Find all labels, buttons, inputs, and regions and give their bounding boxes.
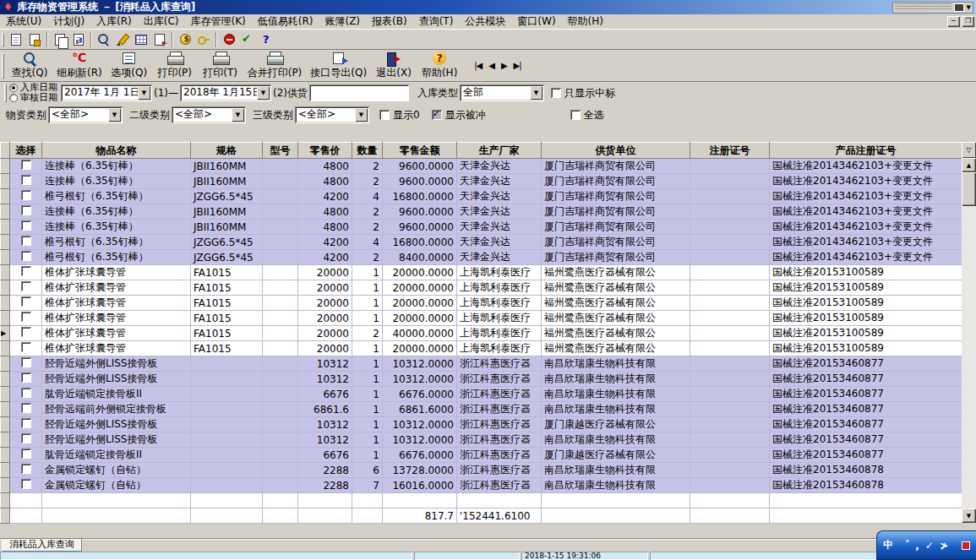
table-row[interactable]: 胫骨近端外侧LISS接骨板 10312 1 10312.0000 浙江科惠医疗器… — [1, 372, 962, 387]
category-select[interactable]: <全部> — [48, 106, 123, 123]
date-to-picker[interactable]: 2018年 1月15日 — [180, 84, 271, 101]
ime-toolbar[interactable]: 中゜,✓≯ — [876, 530, 976, 560]
table-row[interactable]: 肱骨近端锁定接骨板II 6676 1 6676.0000 浙江科惠医疗器 厦门康… — [1, 448, 962, 463]
only-winning-checkbox-row[interactable]: 只显示中标 — [551, 86, 615, 101]
toolbar-action-button[interactable]: 接口导出(Q) — [306, 51, 371, 81]
ime-button[interactable]: ✓ — [925, 540, 934, 552]
row-selector[interactable] — [1, 204, 10, 220]
toolbar-button[interactable] — [25, 30, 44, 49]
row-selector[interactable] — [1, 326, 10, 341]
table-row[interactable]: 椎弓根钉（6.35钉棒） JZGG6.5*45 4200 2 8400.0000… — [1, 250, 962, 265]
ime-button[interactable]: ≯ — [940, 540, 948, 552]
table-row[interactable]: 椎体扩张球囊导管 FA1015 20000 1 20000.0000 上海凯利泰… — [1, 265, 962, 280]
row-selector[interactable] — [1, 387, 10, 402]
column-header[interactable]: 供货单位 — [542, 143, 690, 159]
column-filter-button[interactable] — [962, 142, 976, 158]
row-checkbox[interactable] — [21, 449, 31, 459]
table-row[interactable]: 金属锁定螺钉（自钻） 2288 6 13728.0000 浙江科惠医疗器 南昌欣… — [1, 463, 962, 478]
row-selector[interactable] — [1, 280, 10, 296]
row-selector[interactable] — [1, 174, 10, 189]
table-row[interactable]: 肱骨近端锁定接骨板II 6676 1 6676.0000 浙江科惠医疗器 南昌欣… — [1, 387, 962, 402]
menu-item[interactable]: 系统(U) — [0, 14, 47, 30]
table-row[interactable]: 胫骨近端外侧LISS接骨板 10312 1 10312.0000 浙江科惠医疗器… — [1, 356, 962, 372]
row-selector[interactable] — [1, 189, 10, 204]
row-checkbox[interactable] — [21, 479, 31, 489]
scrollbar-thumb[interactable] — [962, 172, 976, 206]
column-header[interactable]: 型号 — [263, 143, 298, 159]
row-selector[interactable] — [1, 296, 10, 311]
scroll-down-button[interactable] — [962, 508, 976, 523]
chevron-down-icon[interactable] — [257, 86, 270, 100]
table-row[interactable]: 胫骨近端外侧LISS接骨板 10312 1 10312.0000 浙江科惠医疗器… — [1, 417, 962, 432]
row-checkbox[interactable] — [21, 251, 31, 261]
table-row[interactable]: 连接棒（6.35钉棒） JBII160MM 4800 2 9600.0000 天… — [1, 220, 962, 235]
row-selector[interactable] — [1, 235, 10, 250]
row-checkbox[interactable] — [21, 433, 31, 443]
row-selector[interactable] — [1, 250, 10, 265]
row-checkbox[interactable] — [21, 190, 31, 200]
row-checkbox[interactable] — [21, 296, 31, 307]
toolbar-action-button[interactable]: 打印(P) — [152, 51, 198, 81]
vertical-scrollbar[interactable] — [962, 158, 976, 523]
ime-button[interactable]: ゜ — [899, 538, 909, 552]
menu-item[interactable]: 窗口(W) — [511, 14, 561, 30]
table-row[interactable]: 金属锁定螺钉（自钻） 2288 7 16016.0000 浙江科惠医疗器 南昌欣… — [1, 478, 962, 493]
table-row[interactable]: 连接棒（6.35钉棒） JBII160MM 4800 2 9600.0000 天… — [1, 204, 962, 220]
row-selector[interactable] — [1, 448, 10, 463]
toolbar-grip[interactable] — [2, 33, 4, 46]
toolbar-button[interactable] — [257, 30, 275, 49]
column-header[interactable]: 物品名称 — [42, 143, 191, 159]
row-selector[interactable] — [1, 478, 10, 493]
toolbar-button[interactable] — [220, 30, 238, 49]
toolbar-button[interactable] — [113, 30, 132, 49]
record-nav-button[interactable]: ▶ — [501, 61, 507, 70]
category2-select[interactable]: <全部> — [172, 106, 246, 123]
row-selector[interactable] — [1, 402, 10, 417]
chevron-down-icon[interactable] — [138, 86, 150, 100]
in-type-select[interactable]: 全部 — [460, 84, 544, 101]
row-checkbox[interactable] — [21, 342, 31, 352]
toolbar-grip[interactable] — [4, 84, 7, 102]
menu-item[interactable]: 库存管理(K) — [185, 14, 252, 30]
tab-consumables-in-query[interactable]: 消耗品入库查询 — [2, 539, 82, 552]
table-row[interactable]: 椎体扩张球囊导管 FA1015 20000 1 20000.0000 上海凯利泰… — [1, 341, 962, 356]
row-selector[interactable] — [1, 265, 10, 280]
table-row[interactable]: 椎体扩张球囊导管 FA1015 20000 1 20000.0000 上海凯利泰… — [1, 296, 962, 311]
row-checkbox[interactable] — [21, 327, 31, 337]
date-type-audit-option[interactable]: 审核日期 — [9, 93, 57, 103]
row-checkbox[interactable] — [21, 220, 31, 231]
toolbar-action-button[interactable]: 帮助(H) — [417, 51, 462, 81]
record-nav-button[interactable]: ▶| — [514, 61, 521, 70]
toolbar-grip[interactable] — [2, 53, 4, 79]
row-selector[interactable] — [1, 432, 10, 448]
column-header[interactable]: 生产厂家 — [457, 143, 542, 159]
toolbar-action-button[interactable]: 细刷新(R) — [52, 51, 106, 81]
row-selector[interactable] — [1, 220, 10, 235]
table-row[interactable]: 椎弓根钉（6.35钉棒） JZGG6.5*45 4200 4 16800.000… — [1, 235, 962, 250]
row-selector[interactable] — [1, 463, 10, 478]
ime-button[interactable]: 中 — [883, 538, 893, 552]
table-row[interactable]: 连接棒（6.35钉棒） JBII160MM 4800 2 9600.0000 天… — [1, 159, 962, 174]
toolbar-button[interactable] — [69, 30, 88, 49]
checkbox-icon[interactable] — [570, 110, 581, 120]
table-row[interactable]: 胫骨近端外侧LISS接骨板 10312 1 10312.0000 浙江科惠医疗器… — [1, 432, 962, 448]
table-row[interactable]: 椎体扩张球囊导管 FA1015 20000 1 20000.0000 上海凯利泰… — [1, 280, 962, 296]
show-zero-checkbox-row[interactable]: 显示0 — [379, 108, 420, 122]
menu-item[interactable]: 报表(B) — [366, 14, 413, 30]
date-from-picker[interactable]: 2017年 1月 1日 — [61, 84, 152, 101]
chevron-down-icon[interactable] — [530, 86, 543, 100]
row-checkbox[interactable] — [21, 312, 31, 322]
row-checkbox[interactable] — [21, 160, 31, 170]
record-nav-button[interactable]: ◀ — [488, 61, 494, 70]
ime-menu-icon[interactable] — [962, 541, 970, 550]
menu-item[interactable]: 账簿(Z) — [319, 14, 366, 30]
toolbar-button[interactable] — [176, 30, 194, 49]
toolbar-button[interactable] — [238, 30, 257, 49]
menu-item[interactable]: 出库(C) — [138, 14, 185, 30]
row-selector[interactable] — [1, 356, 10, 372]
chevron-down-icon[interactable]: ▼ — [967, 4, 971, 11]
row-checkbox[interactable] — [21, 175, 31, 185]
row-checkbox[interactable] — [21, 281, 31, 291]
toolbar-button[interactable] — [95, 30, 113, 49]
menu-item[interactable]: 帮助(H) — [562, 14, 609, 30]
